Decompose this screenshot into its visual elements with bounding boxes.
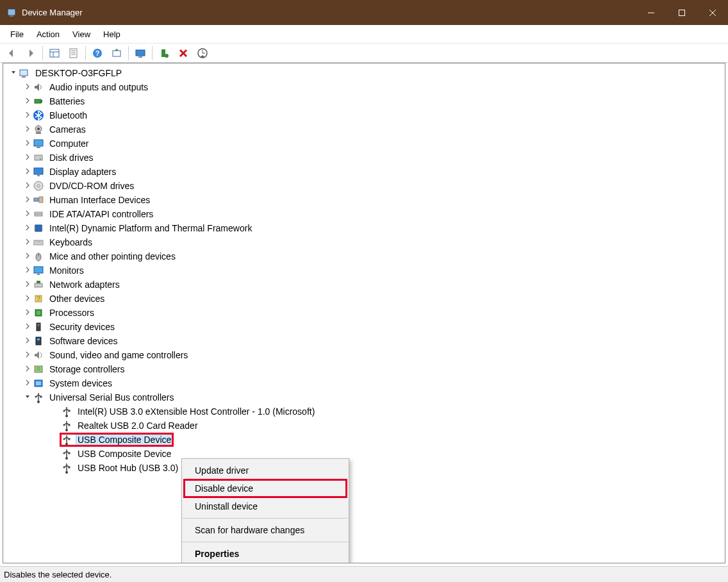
menubar-item-action[interactable]: Action [30,25,66,43]
toolbar-properties-button[interactable] [66,46,81,61]
chevron-right-icon[interactable] [22,351,33,359]
tree-node-label: Realtek USB 2.0 Card Reader [76,420,199,431]
chevron-right-icon[interactable] [22,140,33,147]
chevron-right-icon[interactable] [22,196,33,204]
display-icon [33,166,44,178]
tree-node[interactable]: Sound, video and game controllers [3,348,725,362]
tree-node[interactable]: USB Root Hub (USB 3.0) [3,461,725,475]
tree-node[interactable]: Storage controllers [3,362,725,376]
chevron-right-icon[interactable] [22,365,33,373]
tree-node[interactable]: DESKTOP-O3FGFLP [3,66,725,80]
tree-node[interactable]: Display adapters [3,165,725,179]
tree-node[interactable]: Security devices [3,320,725,334]
tree-node[interactable]: Universal Serial Bus controllers [3,390,725,404]
context-menu: Update driverDisable deviceUninstall dev… [181,458,349,563]
chevron-right-icon[interactable] [22,154,33,162]
tree-node[interactable]: Monitors [3,263,725,278]
tree-node[interactable]: Intel(R) Dynamic Platform and Thermal Fr… [3,221,725,235]
toolbar-forward-button[interactable] [23,46,38,61]
tree-node[interactable]: Realtek USB 2.0 Card Reader [3,419,725,433]
tree-node[interactable]: USB Composite Device [3,433,725,447]
tree-node[interactable]: Processors [3,306,725,320]
svg-rect-7 [50,49,59,57]
chevron-right-icon[interactable] [22,379,33,387]
tree-node[interactable]: IDE ATA/ATAPI controllers [3,207,725,221]
tree-node[interactable]: DVD/CD-ROM drives [3,179,725,193]
monitor-icon [33,265,44,276]
context-menu-item[interactable]: Properties [182,545,349,563]
toolbar-back-button[interactable] [4,46,19,61]
chevron-right-icon[interactable] [22,210,33,218]
toolbar-separator [152,46,153,60]
usb-dev-icon [61,448,72,460]
toolbar-show-hide-button[interactable] [47,46,62,61]
tree-node[interactable]: Software devices [3,334,725,348]
chevron-right-icon[interactable] [22,267,33,274]
tree-node[interactable]: Network adapters [3,278,725,292]
tree-node[interactable]: ?Other devices [3,292,725,306]
tree-node[interactable]: Bluetooth [3,108,725,122]
context-menu-item[interactable]: Update driver [182,461,349,479]
tree-node[interactable]: Mice and other pointing devices [3,249,725,263]
tree-node[interactable]: Cameras [3,122,725,137]
tree-node[interactable]: System devices [3,376,725,390]
toolbar-separator [85,46,86,60]
chevron-right-icon[interactable] [22,238,33,246]
tree-node[interactable]: Batteries [3,94,725,108]
chevron-right-icon[interactable] [22,309,33,317]
toolbar-uninstall-button[interactable] [176,46,191,61]
svg-rect-77 [69,424,70,426]
svg-point-82 [63,453,65,454]
tree-node[interactable]: USB Composite Device [3,447,725,461]
menubar-item-view[interactable]: View [66,25,97,43]
tree-node[interactable]: Disk drives [3,151,725,165]
mouse-icon [33,251,44,262]
chevron-right-icon[interactable] [22,224,33,232]
tree-node[interactable]: Intel(R) USB 3.0 eXtensible Host Control… [3,404,725,419]
chevron-right-icon[interactable] [22,253,33,260]
usb-dev-icon [61,462,72,474]
context-menu-separator [183,542,348,542]
context-menu-item[interactable]: Disable device [182,479,349,497]
chevron-down-icon[interactable] [22,394,33,401]
toolbar-help-button[interactable]: ? [90,46,105,61]
chevron-right-icon[interactable] [22,323,33,331]
chevron-right-icon[interactable] [22,168,33,176]
tree-node-label: System devices [48,378,113,388]
chevron-right-icon[interactable] [22,126,33,133]
svg-rect-86 [69,467,70,469]
context-menu-item[interactable]: Scan for hardware changes [182,521,349,539]
toolbar-update-driver-button[interactable] [109,46,124,61]
toolbar-scan-button[interactable] [195,46,210,61]
svg-rect-24 [35,99,41,103]
chevron-down-icon[interactable] [8,69,19,77]
chevron-right-icon[interactable] [22,295,33,303]
chevron-right-icon[interactable] [22,182,33,190]
device-tree[interactable]: DESKTOP-O3FGFLPAudio inputs and outputsB… [3,63,725,563]
tree-node[interactable]: Computer [3,137,725,151]
chevron-right-icon[interactable] [22,337,33,345]
maximize-button[interactable] [666,0,697,25]
svg-rect-71 [40,396,42,398]
tree-node[interactable]: Audio inputs and outputs [3,80,725,94]
svg-point-20 [165,54,169,58]
svg-rect-10 [70,49,77,58]
menubar-item-help[interactable]: Help [97,25,127,43]
chevron-right-icon[interactable] [22,97,33,105]
tree-node-label: Intel(R) USB 3.0 eXtensible Host Control… [76,406,316,417]
toolbar-enable-button[interactable] [156,46,172,61]
svg-rect-0 [8,9,15,15]
chevron-right-icon[interactable] [22,281,33,288]
chevron-right-icon[interactable] [22,112,33,119]
tree-node-label: Human Interface Devices [48,195,151,205]
chevron-right-icon[interactable] [22,83,33,91]
toolbar-remote-button[interactable] [133,46,148,61]
svg-rect-74 [69,410,70,412]
close-button[interactable] [697,0,728,25]
minimize-button[interactable] [636,0,666,25]
tree-node[interactable]: Human Interface Devices [3,193,725,207]
tree-node[interactable]: Keyboards [3,235,725,249]
context-menu-item[interactable]: Uninstall device [182,497,349,515]
menubar-item-file[interactable]: File [4,25,30,43]
svg-rect-61 [37,311,40,315]
